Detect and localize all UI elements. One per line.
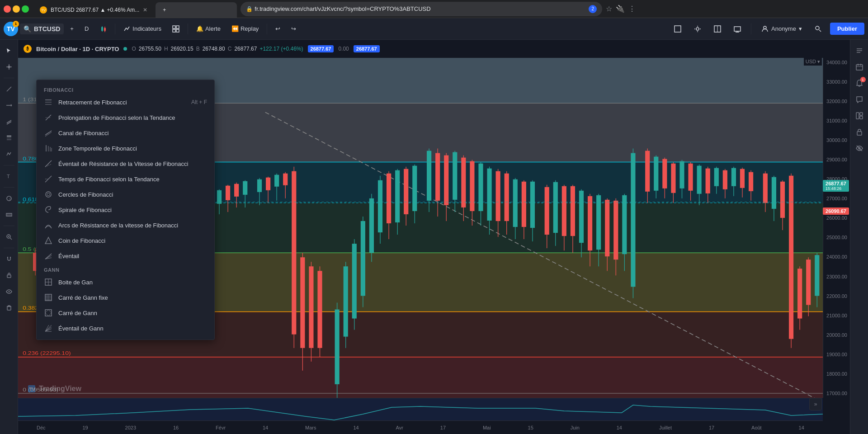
browser-address-bar[interactable]: 🔒 2 xyxy=(241,2,602,16)
fib-arc-speed-item[interactable]: Arcs de Résistance de la vitesse de Fibo… xyxy=(37,217,214,233)
templates-button[interactable] xyxy=(168,24,184,34)
svg-rect-203 xyxy=(496,171,500,221)
svg-rect-231 xyxy=(622,195,627,254)
replay-icon: ⏪ xyxy=(231,25,239,32)
mini-chart-area[interactable] xyxy=(18,398,823,420)
line-tool[interactable] xyxy=(2,82,16,96)
undo-button[interactable]: ↩ xyxy=(271,24,285,34)
window-minimize[interactable] xyxy=(13,5,20,13)
chart-settings-button[interactable] xyxy=(689,24,706,34)
search-header-button[interactable] xyxy=(810,24,826,34)
gann-fan-item[interactable]: Éventail de Gann xyxy=(37,321,214,336)
fib-circles-item[interactable]: Cercles de Fibonacci xyxy=(37,187,214,202)
publish-button[interactable]: Publier xyxy=(830,23,864,35)
menu-icon[interactable]: ⋮ xyxy=(628,5,636,13)
fib-timezone-item[interactable]: Zone Temporelle de Fibonacci xyxy=(37,141,214,156)
tab-title: BTC/USD 26877.67 ▲ +0.46% Am... xyxy=(51,7,139,13)
magnet-tool[interactable] xyxy=(2,252,16,266)
fib-time-trend-item[interactable]: Temps de Fibonacci selon la Tendance xyxy=(37,171,214,187)
fib-channel-item[interactable]: Canal de Fibonacci xyxy=(37,125,214,141)
replay-button[interactable]: ⏪ Replay xyxy=(227,24,263,34)
y-label-31000: 31000.00 xyxy=(826,118,847,123)
cursor-tool[interactable] xyxy=(2,43,16,58)
text-tool[interactable]: T xyxy=(2,169,16,184)
gann-square-item[interactable]: Carré de Gann xyxy=(37,305,214,321)
svg-rect-197 xyxy=(470,161,474,211)
timeframe-button[interactable]: D xyxy=(80,24,93,34)
svg-rect-249 xyxy=(706,169,710,193)
indicators-button[interactable]: Indicateurs xyxy=(119,24,166,34)
zoom-tool[interactable] xyxy=(2,230,16,244)
current-price-badge: 26877.67 15:48:26 xyxy=(823,180,849,192)
trash-tool[interactable] xyxy=(2,301,16,315)
tab-close-icon[interactable]: ✕ xyxy=(143,7,147,13)
toolbar-sep-3 xyxy=(4,187,14,188)
channel-tool[interactable] xyxy=(2,114,16,129)
redo-icon: ↪ xyxy=(291,25,296,32)
panel-settings-button[interactable] xyxy=(852,108,867,123)
lock-icon: 🔒 xyxy=(246,6,253,12)
svg-rect-145 xyxy=(226,186,230,200)
svg-line-23 xyxy=(7,87,11,91)
main-container: T ☺ xyxy=(0,40,868,434)
chat-button[interactable] xyxy=(852,92,867,107)
svg-text:TV: TV xyxy=(29,387,36,392)
hide-drawings-button[interactable] xyxy=(852,141,867,156)
fib-speed-item[interactable]: Éventail de Résistance de la Vitesse de … xyxy=(37,156,214,171)
pattern-tool[interactable] xyxy=(2,147,16,161)
add-indicator-button[interactable]: + xyxy=(66,24,78,34)
x-label-16: 16 xyxy=(173,425,179,430)
fullscreen-button[interactable] xyxy=(670,24,686,34)
fib-fan-label: Éventail xyxy=(58,253,207,259)
right-sidebar: 1 xyxy=(850,40,868,434)
tv-logo[interactable]: TV 1 xyxy=(4,22,18,36)
gann-box-item[interactable]: Boite de Gan xyxy=(37,274,214,290)
redo-button[interactable]: ↪ xyxy=(287,24,301,34)
currency-label[interactable]: USD ▾ xyxy=(804,58,822,66)
multiscreen-button[interactable] xyxy=(729,24,745,34)
fib-fan-item[interactable]: Éventail xyxy=(37,248,214,264)
expand-mini-chart[interactable]: » xyxy=(809,398,822,410)
fib-wedge-item[interactable]: Coin de Fibonacci xyxy=(37,233,214,248)
url-input[interactable] xyxy=(255,5,587,12)
measure-tool[interactable] xyxy=(2,208,16,222)
chart-area[interactable]: FIBONACCI Retracement de Fibonacci Alt +… xyxy=(18,40,850,434)
fib-retracement-item[interactable]: Retracement de Fibonacci Alt + F xyxy=(37,94,214,110)
alerts-button[interactable]: 1 xyxy=(852,76,867,90)
symbol-selector[interactable]: 🔍 BTCUSD xyxy=(20,24,64,34)
active-tab[interactable]: TV BTC/USD 26877.67 ▲ +0.46% Am... ✕ xyxy=(33,2,155,18)
svg-rect-253 xyxy=(723,170,727,189)
alert-button[interactable]: 🔔 Alerte xyxy=(192,24,225,34)
lock-screen-button[interactable] xyxy=(852,125,867,139)
svg-rect-288 xyxy=(860,116,863,119)
fib-tool[interactable] xyxy=(2,131,16,145)
svg-point-46 xyxy=(8,291,9,292)
fullscreen-icon xyxy=(674,25,681,33)
toolbar-sep-4 xyxy=(4,226,14,226)
svg-rect-217 xyxy=(562,186,566,236)
fib-retracement-label: Retracement de Fibonacci xyxy=(58,99,186,106)
new-tab[interactable]: + xyxy=(156,2,237,18)
window-maximize[interactable] xyxy=(22,5,29,13)
fib-trend-icon xyxy=(44,113,53,122)
calendar-button[interactable] xyxy=(852,60,867,74)
crosshair-tool[interactable] xyxy=(2,60,16,74)
watchlist-button[interactable] xyxy=(852,43,867,58)
fib-spiral-item[interactable]: Spirale de Fibonacci xyxy=(37,202,214,217)
layout-button[interactable] xyxy=(709,24,726,34)
ohlc-data: O 26755.50 H 26920.15 B 26748.80 C 26877… xyxy=(132,46,303,52)
candle-type-button[interactable] xyxy=(95,24,111,34)
bookmark-icon[interactable]: ☆ xyxy=(606,5,612,13)
anonymous-button[interactable]: Anonyme ▾ xyxy=(757,24,807,34)
arrow-tool[interactable]: ☺ xyxy=(2,191,16,206)
fib-trend-item[interactable]: Prolongation de Fibonacci selon la Tenda… xyxy=(37,110,214,125)
gann-square-fixed-item[interactable]: Carré de Gann fixe xyxy=(37,290,214,305)
y-label-27000: 27000.00 xyxy=(826,196,847,201)
svg-point-62 xyxy=(47,193,50,196)
window-close[interactable] xyxy=(4,5,11,13)
eye-tool[interactable] xyxy=(2,284,16,299)
extension-icon[interactable]: 🔌 xyxy=(616,5,625,13)
lock-drawings-tool[interactable] xyxy=(2,268,16,283)
svg-rect-251 xyxy=(714,168,719,186)
horizontal-line-tool[interactable] xyxy=(2,98,16,113)
